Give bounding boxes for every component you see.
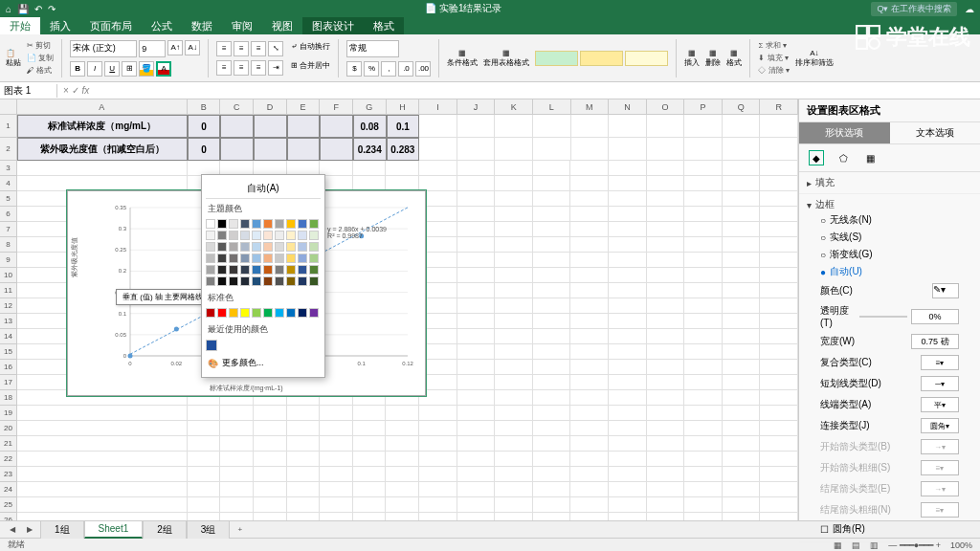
cell[interactable] <box>457 207 496 222</box>
cell[interactable] <box>495 138 533 161</box>
cell[interactable] <box>647 390 685 406</box>
cell[interactable] <box>457 161 496 176</box>
cut-button[interactable]: ✂ 剪切 <box>27 40 54 51</box>
cell[interactable] <box>723 467 761 482</box>
cell[interactable] <box>457 360 496 375</box>
cell[interactable] <box>647 237 685 253</box>
shape-options-tab[interactable]: 形状选项 <box>799 122 890 143</box>
cell[interactable] <box>684 497 723 513</box>
cell[interactable] <box>533 191 571 207</box>
cell[interactable] <box>495 237 533 253</box>
cell[interactable] <box>684 161 723 176</box>
cell[interactable] <box>647 314 685 329</box>
cell[interactable] <box>533 497 571 513</box>
cell[interactable] <box>760 329 798 344</box>
cell[interactable] <box>495 344 533 360</box>
cell[interactable] <box>723 390 761 406</box>
cell[interactable] <box>419 421 457 436</box>
cell[interactable] <box>570 482 609 497</box>
color-swatch[interactable] <box>275 242 284 252</box>
cell[interactable] <box>320 452 353 467</box>
cell[interactable] <box>386 452 419 467</box>
cell[interactable] <box>320 436 353 452</box>
cell[interactable] <box>760 375 798 390</box>
cell[interactable] <box>386 421 419 436</box>
color-swatch[interactable] <box>309 231 319 240</box>
cell[interactable] <box>386 406 419 421</box>
cell[interactable] <box>353 497 387 513</box>
column-header-C[interactable]: C <box>220 99 254 114</box>
cell[interactable] <box>684 513 723 520</box>
size-props-icon[interactable]: ▦ <box>862 150 878 165</box>
color-swatch[interactable] <box>206 231 215 240</box>
cell[interactable] <box>723 191 761 207</box>
cell[interactable] <box>647 283 685 298</box>
color-swatch[interactable] <box>298 308 307 318</box>
cell[interactable] <box>419 176 457 191</box>
color-swatch[interactable] <box>286 276 296 286</box>
sheet-tab[interactable]: 1组 <box>40 520 84 539</box>
column-header-Q[interactable]: Q <box>723 99 761 114</box>
decrease-font-button[interactable]: A↓ <box>185 40 200 55</box>
color-swatch[interactable] <box>275 308 284 318</box>
cell[interactable] <box>495 191 533 207</box>
color-swatch[interactable] <box>252 308 261 318</box>
align-left-button[interactable]: ≡ <box>216 60 232 76</box>
cond-format-button[interactable]: ▦条件格式 <box>447 49 478 68</box>
cell[interactable] <box>287 138 321 161</box>
cell[interactable] <box>723 513 761 520</box>
column-header-K[interactable]: K <box>495 99 533 114</box>
cell[interactable] <box>386 482 419 497</box>
column-header-N[interactable]: N <box>609 99 647 114</box>
transparency-input[interactable] <box>911 309 959 324</box>
italic-button[interactable]: I <box>87 61 102 77</box>
cell[interactable] <box>533 207 571 222</box>
cell[interactable] <box>533 344 571 360</box>
cell[interactable] <box>220 115 254 138</box>
cell[interactable] <box>386 161 419 176</box>
cell[interactable] <box>570 467 609 482</box>
cell[interactable] <box>254 467 287 482</box>
cell[interactable] <box>760 222 798 237</box>
tab-data[interactable]: 数据 <box>182 17 222 34</box>
cell[interactable] <box>17 436 188 452</box>
cell[interactable] <box>287 513 321 520</box>
cell[interactable] <box>570 497 609 513</box>
cell[interactable] <box>723 421 761 436</box>
cell[interactable] <box>684 467 723 482</box>
cell[interactable] <box>760 406 798 421</box>
cell[interactable] <box>760 207 798 222</box>
cell[interactable] <box>495 329 533 344</box>
color-swatch[interactable] <box>240 231 250 240</box>
cell[interactable] <box>609 253 647 268</box>
cell[interactable] <box>188 497 221 513</box>
cell[interactable] <box>647 436 685 452</box>
row-header[interactable]: 24 <box>0 482 17 497</box>
cell[interactable] <box>723 314 761 329</box>
cell[interactable] <box>723 237 761 253</box>
cell[interactable] <box>254 452 287 467</box>
cell[interactable] <box>609 191 647 207</box>
cell[interactable] <box>386 513 419 520</box>
fx-buttons[interactable]: × ✓ fx <box>57 85 95 96</box>
cell[interactable] <box>647 482 685 497</box>
color-swatch[interactable] <box>286 231 296 240</box>
cell[interactable] <box>723 268 761 283</box>
cell[interactable] <box>570 253 609 268</box>
cell[interactable] <box>533 390 571 406</box>
cell[interactable] <box>457 176 496 191</box>
color-swatch[interactable] <box>275 219 284 229</box>
cell[interactable] <box>533 161 571 176</box>
cell[interactable] <box>570 222 609 237</box>
cell[interactable] <box>457 191 496 207</box>
cell[interactable]: 标准试样浓度（mg/mL） <box>17 115 188 138</box>
column-header-M[interactable]: M <box>571 99 610 114</box>
cell[interactable] <box>760 513 798 520</box>
border-section-toggle[interactable]: ▾ 边框 <box>807 198 972 211</box>
cell[interactable] <box>386 497 419 513</box>
color-swatch[interactable] <box>217 308 227 318</box>
cell[interactable] <box>320 482 353 497</box>
cell[interactable] <box>533 138 571 161</box>
color-swatch[interactable] <box>252 265 261 275</box>
cell[interactable] <box>609 115 647 138</box>
